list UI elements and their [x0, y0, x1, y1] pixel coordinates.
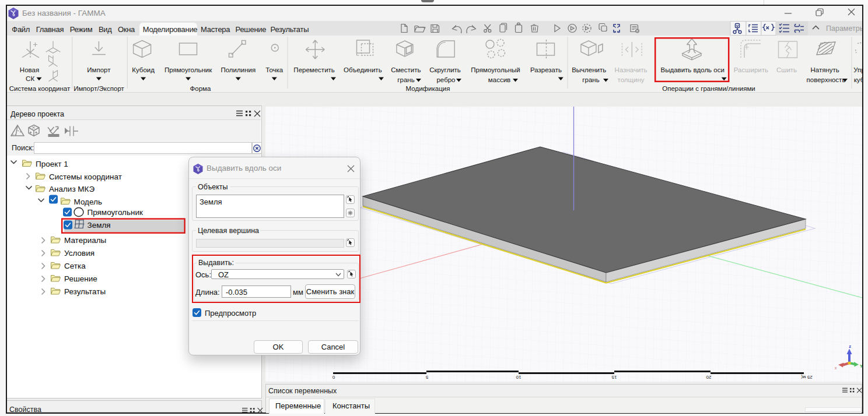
svg-text:Система координат: Система координат — [9, 85, 71, 92]
svg-text:грань: грань — [397, 76, 414, 83]
svg-text:Y: Y — [860, 364, 862, 369]
svg-text:Импорт: Импорт — [87, 66, 111, 73]
svg-text:Расширить: Расширить — [734, 66, 768, 73]
svg-text:Точка: Точка — [265, 66, 284, 73]
svg-text:Модель: Модель — [74, 198, 102, 206]
svg-text:ребро: ребро — [436, 76, 455, 83]
svg-text:Вычленить: Вычленить — [572, 66, 606, 73]
svg-text:Операции с гранями/линиями: Операции с гранями/линиями — [662, 85, 755, 92]
svg-text:Новая: Новая — [20, 66, 39, 73]
svg-text:Условия: Условия — [64, 249, 94, 258]
svg-text:грань: грань — [582, 76, 599, 83]
svg-text:Сместить: Сместить — [391, 66, 421, 73]
svg-text:20: 20 — [706, 375, 711, 380]
svg-text:Решение: Решение — [64, 274, 97, 283]
svg-text:25 м(: 25 м( — [801, 375, 813, 380]
svg-text:Прямоугольный: Прямоугольный — [471, 66, 520, 73]
svg-text:z: z — [849, 344, 851, 349]
svg-text:Системы координат: Системы координат — [49, 172, 122, 181]
svg-text:толщину: толщину — [618, 76, 645, 83]
svg-text:Результаты: Результаты — [64, 287, 106, 296]
svg-text:Параметры: Параметры — [826, 24, 862, 33]
svg-text:СК: СК — [26, 75, 34, 82]
svg-text:Импорт/Экспорт: Импорт/Экспорт — [74, 85, 124, 92]
svg-text:Натянуть: Натянуть — [811, 66, 839, 73]
svg-text:Объединить: Объединить — [344, 66, 382, 73]
svg-text:Земля: Земля — [88, 221, 111, 230]
svg-text:Переместить: Переместить — [293, 66, 334, 73]
svg-text:Прямоугольник: Прямоугольник — [88, 208, 144, 217]
svg-text:Материалы: Материалы — [64, 236, 106, 245]
svg-text:массив: массив — [488, 76, 510, 83]
svg-text:Сшить: Сшить — [776, 66, 797, 73]
svg-text:куб: куб — [854, 76, 862, 83]
svg-text:Выдавить вдоль оси: Выдавить вдоль оси — [661, 66, 724, 73]
svg-text:Упр: Упр — [853, 66, 862, 73]
svg-text:Модификация: Модификация — [406, 85, 450, 92]
svg-text:Назначить: Назначить — [615, 66, 648, 73]
svg-text:Скруглить: Скруглить — [429, 66, 461, 73]
svg-text:5: 5 — [425, 375, 428, 380]
svg-text:Анализ МКЭ: Анализ МКЭ — [49, 185, 94, 193]
svg-text:Прямоугольник: Прямоугольник — [164, 66, 212, 73]
svg-text:15: 15 — [611, 375, 617, 380]
svg-text:Разрезать: Разрезать — [530, 66, 562, 73]
svg-text:Проект 1: Проект 1 — [36, 160, 68, 168]
svg-text:x: x — [835, 366, 837, 370]
svg-text:Форма: Форма — [190, 85, 211, 92]
svg-text:0: 0 — [332, 375, 335, 380]
svg-text:Кубоид: Кубоид — [132, 66, 155, 73]
svg-text:поверхность: поверхность — [807, 76, 846, 83]
svg-text:Сетка: Сетка — [64, 262, 86, 270]
svg-text:10: 10 — [516, 375, 521, 380]
svg-text:Полилиния: Полилиния — [220, 66, 256, 73]
